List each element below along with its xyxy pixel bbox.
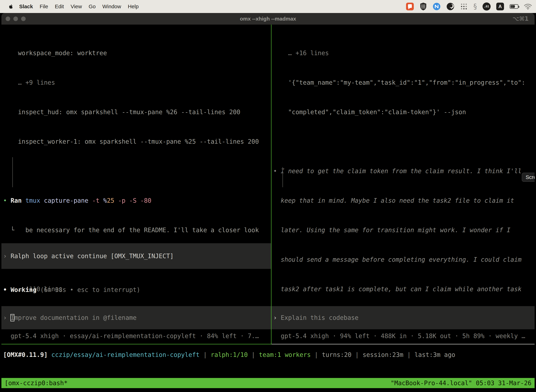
- session-status-left: gpt-5.4 xhigh · essay/ai-reimplementatio…: [1, 331, 271, 341]
- omx-ralph-counter: ralph:1/10: [211, 351, 248, 358]
- session-status-right: gpt-5.4 xhigh · 94% left · 488K in · 5.1…: [272, 331, 535, 341]
- log-line: inspect_hud: omx sparkshell --tmux-pane …: [1, 107, 271, 117]
- output-line: └ be necessary for the end of the README…: [1, 225, 271, 235]
- text-cursor: I: [10, 314, 14, 321]
- blue-badge-icon[interactable]: [433, 2, 441, 10]
- omx-repo: cczip/essay/ai-reimplementation-copyleft: [48, 351, 200, 358]
- squiggle-icon[interactable]: §: [474, 2, 477, 10]
- bullet-icon: •: [3, 286, 7, 293]
- thinking-line: task2 after task1 is complete, but can I…: [272, 284, 535, 294]
- omx-version: [OMX#0.11.9]: [3, 351, 48, 358]
- working-status-line: • Working (6m 38s • esc to interrupt): [1, 285, 271, 295]
- output-line: "completed","claim_token":"claim-token"}…: [272, 107, 535, 117]
- dots-grid-icon[interactable]: [460, 3, 468, 10]
- tmux-pane-right[interactable]: … +16 lines '{"team_name":"my-team","tas…: [272, 25, 535, 344]
- tmux-status-bar: [omx-cczip0:bash* "MacBook-Pro-44.local"…: [1, 378, 535, 388]
- omx-status-line: [OMX#0.11.9] cczip/essay/ai-reimplementa…: [3, 350, 535, 360]
- tmux-pane-border-inactive: [272, 344, 535, 344]
- log-line: workspace_mode: worktree: [1, 48, 271, 58]
- chevron-prompt-icon: ›: [3, 314, 10, 321]
- thinking-line: should send a message before completing …: [272, 255, 535, 265]
- terminal-window: omx --xhigh --madmax ⌥⌘1 workspace_mode:…: [1, 13, 535, 392]
- menu-go[interactable]: Go: [85, 4, 99, 9]
- tmux-hostname-clock: "MacBook-Pro-44.local" 05:03 31-Mar-26: [391, 378, 531, 388]
- bullet-icon: •: [273, 168, 277, 175]
- tmux-pane-border-active: [1, 344, 272, 344]
- log-line: inspect_worker-1: omx sparkshell --tmux-…: [1, 137, 271, 146]
- menu-view[interactable]: View: [67, 4, 85, 9]
- omx-last-activity: last:3m ago: [415, 351, 455, 358]
- command-line-tmux: • Ran tmux capture-pane -t %25 -p -S -80: [1, 196, 271, 205]
- tmux-pane-left[interactable]: workspace_mode: worktree … +9 lines insp…: [1, 25, 271, 344]
- desktop: Slack File Edit View Go Window Help: [0, 0, 536, 392]
- battery-icon[interactable]: [510, 4, 518, 9]
- crescent-circle-icon[interactable]: [446, 2, 455, 10]
- apple-menu-icon[interactable]: [9, 4, 13, 9]
- menu-bar: Slack File Edit View Go Window Help: [0, 0, 536, 13]
- output-line: … +16 lines: [272, 48, 535, 58]
- menu-window[interactable]: Window: [99, 4, 124, 9]
- window-title-bar[interactable]: omx --xhigh --madmax ⌥⌘1: [1, 13, 535, 25]
- window-shortcut-hint: ⌥⌘1: [512, 13, 529, 25]
- prompt-input-right[interactable]: › Explain this codebase: [272, 306, 535, 329]
- prompt-input-left[interactable]: › Improve documentation in @filename: [1, 306, 271, 329]
- chevron-prompt-icon: ›: [3, 252, 10, 260]
- tmux-pane-divider[interactable]: [271, 25, 272, 344]
- input-placeholder: mprove documentation in @filename: [14, 314, 136, 321]
- menu-edit[interactable]: Edit: [52, 4, 67, 9]
- omx-team-workers: team:1 workers: [259, 351, 311, 358]
- menu-help[interactable]: Help: [124, 4, 142, 9]
- omx-session-time: session:23m: [363, 351, 403, 358]
- omx-turns: turns:20: [322, 351, 352, 358]
- chevron-prompt-icon: ›: [273, 314, 277, 321]
- command-connector-line: [282, 167, 283, 187]
- window-title: omx --xhigh --madmax: [1, 13, 535, 25]
- menu-file[interactable]: File: [36, 4, 51, 9]
- a-app-icon[interactable]: A: [496, 3, 504, 10]
- counter-badge-icon[interactable]: ..61: [483, 2, 491, 10]
- thinking-line: • I need to get the claim token from the…: [272, 166, 535, 176]
- terminal-content: workspace_mode: worktree … +9 lines insp…: [1, 25, 535, 392]
- tmux-session-window: [omx-cczip0:bash*: [5, 378, 67, 388]
- ralph-loop-notice-text: Ralph loop active continue [OMX_TMUX_INJ…: [10, 252, 174, 260]
- menu-app-name[interactable]: Slack: [16, 4, 36, 9]
- thinking-line: keep that in mind. Maybe I also need the…: [272, 196, 535, 205]
- command-connector-line: [12, 157, 13, 187]
- input-placeholder: Explain this codebase: [277, 314, 359, 321]
- thinking-line: later. Using the same for transition mig…: [272, 225, 535, 235]
- output-line: '{"team_name":"my-team","task_id":"1","f…: [272, 78, 535, 88]
- bullet-icon: •: [3, 197, 7, 204]
- ralph-loop-notice-panel: › Ralph loop active continue [OMX_TMUX_I…: [1, 243, 271, 269]
- chat-app-icon[interactable]: [406, 2, 414, 10]
- screen-overlay-tooltip: Scre: [522, 173, 535, 182]
- wifi-icon[interactable]: [524, 3, 532, 10]
- log-line: … +9 lines: [1, 78, 271, 88]
- shield-grid-icon[interactable]: [420, 2, 427, 11]
